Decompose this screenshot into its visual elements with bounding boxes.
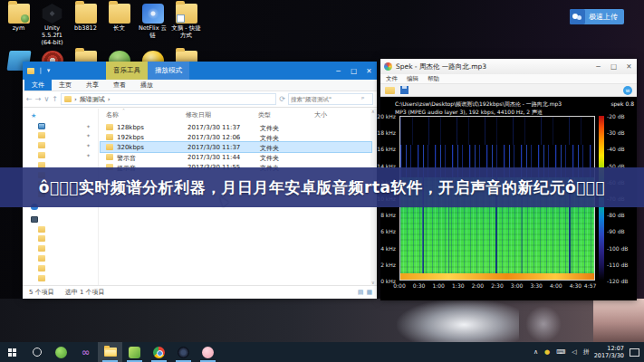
ribbon-tab-4[interactable]: 播放 (133, 80, 160, 90)
wallpaper-crystal (397, 299, 519, 342)
column-header-0[interactable]: 名称 (106, 110, 119, 119)
quickaccess-toolbar-icon[interactable]: ❘ (38, 67, 43, 74)
file-row-警示音[interactable]: 警示音2017/3/30 11:44文件夹 (101, 152, 371, 162)
explorer-titlebar[interactable]: ❘ ▾ 音乐工具 播放模式 ─ □ ✕ (23, 62, 377, 80)
promo-banner: ô实时频谱分析利器，月日月年安卓版音频rta软件，开启声音的新纪元ô (0, 167, 644, 207)
ribbon-tab-2[interactable]: 共享 (79, 80, 106, 90)
refresh-icon[interactable]: ⟳ (279, 95, 285, 103)
back-icon[interactable]: ← (26, 95, 33, 103)
desktop-icon-6[interactable]: 文脑 - 快捷方式 (169, 4, 203, 46)
chevron-down-icon[interactable]: ▾ (47, 67, 51, 74)
breadcrumb[interactable]: › 频谱测试 › (61, 93, 276, 105)
action-center-icon[interactable] (630, 348, 639, 357)
upload-overlay-badge[interactable]: 极速上传 (570, 9, 624, 24)
sidebar-this-pc[interactable] (23, 214, 98, 224)
list-view-icon[interactable]: ▤ (358, 289, 364, 296)
sidebar-library-视频[interactable] (23, 224, 98, 234)
ribbon-tab-1[interactable]: 主页 (52, 80, 79, 90)
volume[interactable]: ◁ (572, 348, 576, 356)
db-tick-label: -20 dB (607, 113, 625, 119)
taskbar-player-green[interactable] (122, 342, 147, 362)
desktop-icon-2[interactable]: Unity 5.5.2f1 (64-bit) (35, 4, 69, 46)
recent-icon[interactable]: ∨ (43, 95, 49, 103)
time-tick-label: 4:57 (584, 282, 596, 289)
sidebar-library-图片[interactable] (23, 234, 98, 244)
forward-icon[interactable]: → (35, 95, 42, 103)
breadcrumb-separator: › (74, 96, 77, 103)
sidebar-quick-access[interactable]: ★ (23, 111, 98, 121)
sidebar-library-音乐[interactable] (23, 263, 98, 273)
folder-icon (75, 4, 97, 24)
file-name: 320kbps (117, 144, 144, 151)
player-green-icon (129, 347, 140, 358)
sidebar-library-文档[interactable] (23, 243, 98, 253)
sidebar-pinned-下载[interactable]: ✦ (23, 131, 98, 141)
search-input[interactable] (291, 96, 361, 103)
taskbar-search[interactable] (24, 342, 49, 362)
netdisk-icon (142, 4, 164, 24)
close-button[interactable]: ✕ (621, 59, 637, 74)
close-button[interactable]: ✕ (361, 62, 377, 80)
sidebar-pinned-桌面[interactable]: ✦ (23, 121, 98, 131)
file-row-128kbps[interactable]: 128kbps2017/3/30 11:37文件夹 (101, 122, 371, 132)
tray-expand[interactable]: ∧ (533, 348, 538, 356)
contextual-tab-mode[interactable]: 播放模式 (148, 62, 189, 80)
file-row-320kbps[interactable]: 320kbps2017/3/30 11:37文件夹 (101, 142, 371, 152)
desktop-icon-label: bb3812 (74, 25, 97, 33)
info-icon[interactable]: w (623, 86, 632, 95)
time-tick-label: 4:30 (570, 282, 582, 289)
search-box[interactable]: ᵖ (288, 93, 373, 105)
spectrogram-bass-band (400, 273, 594, 280)
folder-icon (38, 226, 45, 233)
breadcrumb-folder[interactable]: 频谱测试 (80, 95, 105, 104)
desktop-icon-1[interactable]: zym (2, 4, 35, 46)
search-icon: ᵖ (361, 95, 364, 103)
desktop-icon-3[interactable]: bb3812 (69, 4, 102, 46)
pin-icon: ✦ (86, 123, 91, 129)
desktop-icon-5[interactable]: NetFlix 云链 (136, 4, 169, 46)
tray-app-yellow[interactable]: ● (544, 348, 550, 356)
sidebar-library-下载[interactable] (23, 253, 98, 263)
column-header-1[interactable]: 修改日期 (186, 110, 211, 119)
taskbar-file-explorer[interactable] (98, 342, 122, 362)
ribbon-tab-3[interactable]: 查看 (106, 80, 133, 90)
thumbnail-view-icon[interactable]: ▦ (366, 289, 372, 296)
taskbar-pink-app[interactable] (196, 342, 220, 362)
taskbar-spek[interactable] (171, 342, 196, 362)
file-row-192kbps[interactable]: 192kbps2017/3/30 12:06文件夹 (101, 132, 371, 142)
taskbar-clock[interactable]: 12:07 2017/3/30 (594, 345, 624, 359)
spek-titlebar[interactable]: Spek - 周杰伦 一路向北.mp3 ─ □ ✕ (380, 59, 637, 74)
desktop-icon-label: 长文 (113, 25, 125, 33)
up-icon[interactable]: ↑ (52, 95, 58, 103)
spek-menu-0[interactable]: 文件 (386, 75, 398, 83)
spek-menu-1[interactable]: 编辑 (407, 75, 418, 83)
sidebar-pinned-文档[interactable]: ✦ (23, 140, 98, 150)
taskbar-app-green[interactable] (49, 342, 73, 362)
maximize-button[interactable]: □ (346, 62, 361, 80)
maximize-button[interactable]: □ (606, 59, 621, 74)
input-method[interactable]: 拼 (583, 348, 590, 357)
time-tick-label: 0:00 (393, 282, 405, 289)
db-tick-label: -40 dB (607, 146, 625, 152)
start-icon (8, 348, 12, 352)
touch-keyboard[interactable]: ⌨ (556, 348, 565, 356)
sort-caret-icon: ˆ (122, 109, 125, 114)
taskbar-chrome[interactable] (147, 342, 171, 362)
save-icon[interactable] (400, 86, 409, 94)
sidebar-library-桌面[interactable] (23, 273, 98, 283)
unity-icon (42, 4, 63, 24)
column-header-3[interactable]: 大小 (314, 110, 327, 119)
open-file-icon[interactable] (385, 87, 395, 94)
contextual-tab-music-tools[interactable]: 音乐工具 (106, 62, 148, 80)
taskbar-visual-studio[interactable]: ∞ (73, 342, 98, 362)
desktop-icon-4[interactable]: 长文 (102, 4, 136, 46)
column-header-2[interactable]: 类型 (258, 110, 271, 119)
ribbon-tab-0[interactable]: 文件 (24, 80, 52, 90)
minimize-button[interactable]: ─ (331, 62, 346, 80)
folder-icon (64, 96, 72, 102)
taskbar-start[interactable] (0, 342, 24, 362)
db-tick-label: -110 dB (607, 261, 628, 267)
minimize-button[interactable]: ─ (591, 59, 606, 74)
spek-menu-2[interactable]: 帮助 (428, 75, 439, 83)
sidebar-pinned-图片[interactable]: ✦ (23, 150, 98, 160)
